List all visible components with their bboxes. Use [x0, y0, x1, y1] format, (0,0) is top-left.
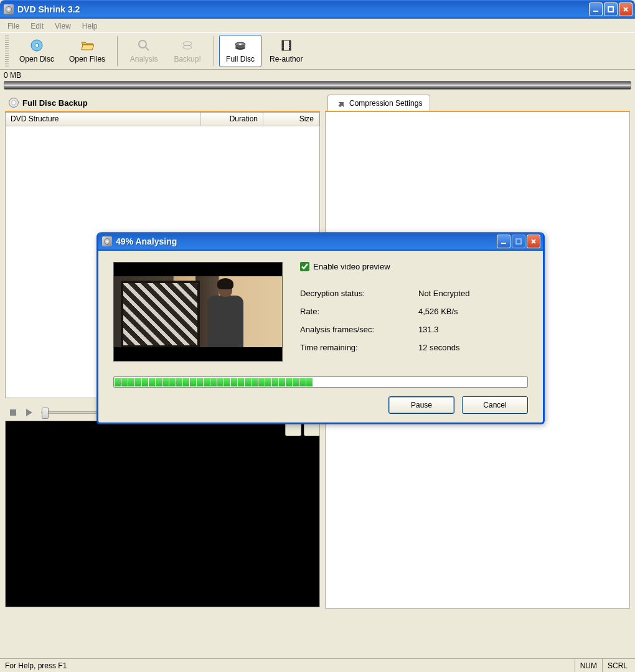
size-label: 0 MB	[4, 71, 631, 80]
cancel-button[interactable]: Cancel	[462, 396, 528, 414]
svg-point-5	[35, 44, 39, 47]
status-help-text: For Help, press F1	[2, 661, 575, 670]
svg-rect-20	[289, 42, 290, 42]
film-icon	[280, 39, 293, 52]
rate-label: Rate:	[300, 307, 418, 316]
decryption-value: Not Encrypted	[418, 289, 469, 298]
close-button[interactable]	[619, 2, 633, 16]
reauthor-button[interactable]: Re-author	[263, 35, 309, 67]
svg-rect-28	[516, 239, 521, 244]
menu-edit[interactable]: Edit	[26, 21, 49, 32]
svg-rect-24	[10, 409, 16, 416]
svg-rect-3	[608, 7, 613, 12]
dialog-maximize-button	[512, 235, 525, 248]
maximize-button[interactable]	[604, 2, 618, 16]
disc-stack-icon	[233, 39, 247, 52]
svg-rect-21	[289, 44, 290, 44]
backup-button: Backup!	[166, 35, 209, 67]
status-bar: For Help, press F1 NUM SCRL	[0, 658, 635, 672]
frames-label: Analysis frames/sec:	[300, 325, 418, 334]
menu-view[interactable]: View	[50, 21, 76, 32]
svg-point-12	[239, 44, 242, 45]
backup-icon	[181, 39, 194, 52]
rate-value: 4,526 KB/s	[418, 307, 458, 316]
enable-preview-label: Enable video preview	[313, 262, 390, 271]
folder-open-icon	[80, 39, 94, 52]
tab-label: Compression Settings	[349, 99, 422, 108]
time-label: Time remaining:	[300, 343, 418, 352]
toolbar: Open Disc Open Files Analysis Backup! Fu…	[0, 32, 635, 70]
left-panel-title: Full Disc Backup	[22, 98, 88, 108]
play-button[interactable]	[25, 408, 34, 417]
svg-point-1	[8, 9, 10, 11]
svg-rect-18	[283, 45, 283, 46]
column-size[interactable]: Size	[263, 113, 319, 126]
preview-video-area	[5, 421, 320, 607]
svg-point-6	[139, 40, 146, 48]
magnifier-icon	[137, 39, 151, 52]
analysing-dialog: 49% Analysing Enable video preview Decry…	[96, 232, 545, 424]
svg-rect-19	[283, 47, 283, 48]
menubar: File Edit View Help	[0, 19, 635, 32]
time-value: 12 seconds	[418, 343, 460, 352]
toolbar-separator	[117, 36, 118, 66]
window-title: DVD Shrink 3.2	[17, 4, 589, 14]
menu-help[interactable]: Help	[77, 21, 103, 32]
toolbar-grip	[5, 35, 9, 67]
app-icon	[4, 4, 14, 14]
left-panel-header: Full Disc Backup	[5, 95, 320, 112]
open-disc-button[interactable]: Open Disc	[12, 35, 61, 67]
disc-icon	[9, 98, 19, 108]
menu-file[interactable]: File	[2, 21, 24, 32]
stop-button[interactable]	[9, 408, 17, 417]
full-disc-button[interactable]: Full Disc	[219, 35, 261, 67]
preview-player	[5, 404, 320, 607]
decryption-label: Decryption status:	[300, 289, 418, 298]
disc-icon	[30, 39, 44, 52]
status-scrl: SCRL	[602, 659, 633, 672]
minimize-button[interactable]	[589, 2, 603, 16]
svg-point-7	[183, 42, 192, 45]
main-titlebar: DVD Shrink 3.2	[0, 0, 635, 19]
dialog-close-button[interactable]	[527, 235, 540, 248]
size-track	[4, 81, 631, 90]
pause-button[interactable]: Pause	[388, 396, 454, 414]
frames-value: 131.3	[418, 325, 439, 334]
analysis-button: Analysis	[123, 35, 165, 67]
tab-compression-settings[interactable]: Compression Settings	[327, 95, 430, 111]
svg-rect-23	[289, 47, 290, 48]
progress-bar	[113, 376, 528, 388]
right-tab-strip: Compression Settings	[325, 95, 630, 112]
size-bar: 0 MB	[0, 70, 635, 90]
column-duration[interactable]: Duration	[201, 113, 263, 126]
compression-icon	[336, 98, 346, 108]
svg-rect-16	[283, 42, 283, 42]
svg-point-26	[106, 241, 108, 243]
app-icon	[102, 236, 112, 246]
dialog-minimize-button[interactable]	[497, 235, 510, 248]
dialog-title: 49% Analysing	[116, 236, 497, 246]
open-files-button[interactable]: Open Files	[62, 35, 112, 67]
status-num: NUM	[575, 659, 602, 672]
svg-rect-2	[593, 11, 598, 12]
video-preview	[113, 262, 283, 362]
svg-rect-22	[289, 45, 290, 46]
svg-rect-17	[283, 44, 283, 44]
enable-preview-checkbox[interactable]	[300, 262, 309, 271]
column-structure[interactable]: DVD Structure	[6, 113, 201, 126]
toolbar-separator	[214, 36, 214, 66]
svg-point-8	[183, 45, 192, 49]
svg-rect-27	[501, 243, 506, 244]
seek-thumb[interactable]	[42, 408, 49, 419]
